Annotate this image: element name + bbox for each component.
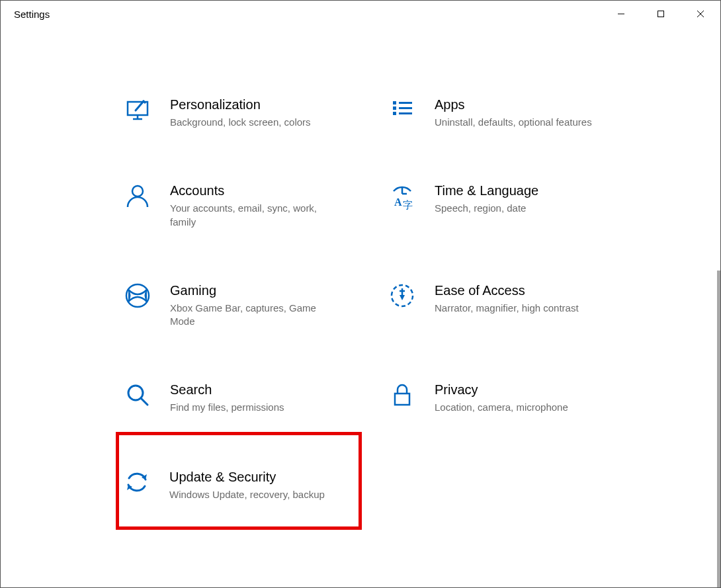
maximize-button[interactable] (641, 1, 681, 27)
category-ease-of-access[interactable]: Ease of AccessNarrator, magnifier, high … (384, 279, 622, 331)
svg-rect-1 (658, 11, 664, 17)
time-language-icon (388, 182, 416, 210)
category-desc: Find my files, permissions (170, 401, 335, 414)
apps-icon (388, 96, 416, 124)
maximize-icon (657, 10, 665, 18)
category-title: Personalization (170, 96, 354, 113)
titlebar: Settings (1, 1, 720, 27)
category-apps[interactable]: AppsUninstall, defaults, optional featur… (384, 93, 622, 132)
category-title: Ease of Access (435, 282, 618, 299)
ease-of-access-icon (388, 282, 416, 310)
update-security-icon (123, 468, 151, 496)
category-privacy[interactable]: PrivacyLocation, camera, microphone (384, 378, 622, 417)
category-desc: Speech, region, date (435, 202, 600, 215)
category-time-language[interactable]: Time & LanguageSpeech, region, date (384, 179, 622, 231)
settings-grid: PersonalizationBackground, lock screen, … (120, 93, 622, 505)
category-desc: Xbox Game Bar, captures, Game Mode (170, 302, 335, 329)
minimize-button[interactable] (601, 1, 641, 27)
category-desc: Windows Update, recovery, backup (169, 488, 335, 501)
category-title: Update & Security (169, 468, 355, 485)
personalization-icon (124, 96, 151, 124)
content-area: PersonalizationBackground, lock screen, … (1, 27, 720, 587)
category-title: Gaming (170, 282, 354, 299)
search-icon (124, 381, 151, 409)
category-title: Privacy (435, 381, 618, 398)
category-gaming[interactable]: GamingXbox Game Bar, captures, Game Mode (120, 279, 358, 331)
category-desc: Background, lock screen, colors (170, 116, 335, 129)
close-button[interactable] (681, 1, 720, 27)
category-accounts[interactable]: AccountsYour accounts, email, sync, work… (120, 179, 358, 231)
category-title: Accounts (170, 182, 354, 199)
category-desc: Your accounts, email, sync, work, family (170, 202, 335, 229)
privacy-icon (388, 381, 416, 409)
close-icon (697, 10, 704, 18)
window-title: Settings (14, 9, 50, 20)
category-title: Time & Language (435, 182, 618, 199)
accounts-icon (124, 182, 151, 210)
scrollbar-thumb[interactable] (717, 271, 720, 587)
category-title: Search (170, 381, 354, 398)
category-desc: Location, camera, microphone (435, 401, 600, 414)
scrollbar[interactable] (717, 271, 720, 587)
category-desc: Narrator, magnifier, high contrast (435, 302, 600, 315)
category-desc: Uninstall, defaults, optional features (435, 116, 600, 129)
category-update-security[interactable]: Update & SecurityWindows Update, recover… (116, 432, 362, 530)
category-search[interactable]: SearchFind my files, permissions (120, 378, 358, 417)
minimize-icon (617, 10, 625, 18)
gaming-icon (124, 282, 151, 310)
category-title: Apps (435, 96, 618, 113)
category-personalization[interactable]: PersonalizationBackground, lock screen, … (120, 93, 358, 132)
